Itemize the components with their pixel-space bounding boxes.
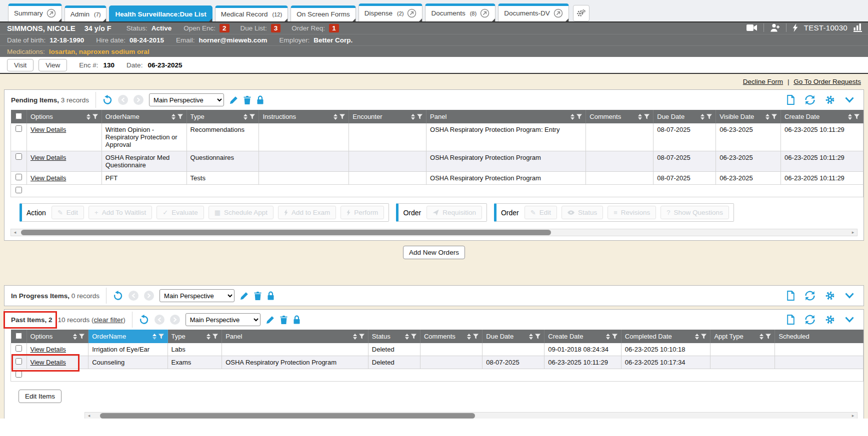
filter-funnel-icon[interactable] [766,334,771,340]
row-checkbox[interactable] [16,358,22,365]
sort-icon[interactable] [529,334,533,340]
filter-funnel-icon[interactable] [417,114,422,120]
scroll-left-arrow[interactable]: ◂ [11,229,19,236]
column-header-options[interactable]: Options [26,110,102,123]
sort-ascending-icon[interactable] [152,334,156,340]
view-details-link[interactable]: View Details [30,174,66,182]
sort-icon[interactable] [695,334,699,340]
new-document-icon[interactable] [786,95,795,105]
sort-icon[interactable] [467,334,471,340]
filter-funnel-icon[interactable] [340,114,345,120]
due-list-badge[interactable]: 3 [271,24,281,32]
filter-funnel-icon[interactable] [250,114,255,120]
refresh-icon[interactable] [805,95,815,105]
go-to-order-requests-link[interactable]: Go To Order Requests [794,78,861,85]
column-header-comments[interactable]: Comments [420,330,482,343]
pending-horizontal-scrollbar[interactable]: ◂ ▸ [10,229,858,236]
column-header-due-date[interactable]: Due Date [482,330,544,343]
sort-icon[interactable] [760,334,764,340]
scroll-right-arrow[interactable]: ▸ [849,413,857,419]
refresh-icon[interactable] [805,291,815,301]
column-header-encounter[interactable]: Encounter [349,110,426,123]
visit-button[interactable]: Visit [7,59,34,71]
row-checkbox[interactable] [16,125,22,132]
sort-icon[interactable] [570,114,574,120]
page-next-button[interactable] [134,95,144,105]
sort-icon[interactable] [606,334,610,340]
view-button[interactable]: View [38,59,67,71]
lock-perspective-icon[interactable] [256,95,264,104]
undo-icon[interactable] [102,95,112,105]
collapse-chevron-down-icon[interactable] [845,317,854,323]
scroll-right-arrow[interactable]: ▸ [849,229,857,236]
column-header-options[interactable]: Options [26,330,88,343]
sort-icon[interactable] [353,334,357,340]
flowsheet-chart-button[interactable] [854,23,862,32]
perspective-select[interactable]: Main Perspective [160,289,234,302]
page-prev-button[interactable] [154,315,164,325]
page-prev-button[interactable] [118,95,128,105]
column-header-comments[interactable]: Comments [586,110,654,123]
person-add-icon[interactable] [770,23,780,32]
edit-perspective-pencil-icon[interactable] [266,316,274,324]
scrollbar-track[interactable] [93,413,849,419]
column-header-due-date[interactable]: Due Date [654,110,716,123]
row-checkbox[interactable] [16,153,22,160]
new-document-icon[interactable] [786,315,795,325]
column-header-instructions[interactable]: Instructions [259,110,349,123]
new-document-icon[interactable] [786,291,795,301]
settings-gear-icon[interactable] [825,291,835,301]
column-header-appt-type[interactable]: Appt Type [710,330,775,343]
order-req-badge[interactable]: 1 [329,24,339,32]
sort-icon[interactable] [766,114,770,120]
page-next-button[interactable] [144,291,154,301]
sort-icon[interactable] [405,334,409,340]
lock-perspective-icon[interactable] [293,315,300,324]
filter-funnel-icon[interactable] [359,334,364,340]
tab-on-screen-forms[interactable]: On Screen Forms [290,5,356,21]
tab-documents-dv[interactable]: Documents-DV [498,3,569,21]
clear-filter-link[interactable]: clear filter [94,316,124,324]
column-header-visible-date[interactable]: Visible Date [716,110,781,123]
collapse-chevron-down-icon[interactable] [845,293,854,299]
column-header-status[interactable]: Status [368,330,420,343]
medications-value[interactable]: losartan, naproxen sodium oral [49,48,150,55]
popout-icon[interactable] [554,8,563,18]
sort-icon[interactable] [73,334,77,340]
scrollbar-thumb[interactable] [21,230,551,235]
column-header-type[interactable]: Type [168,330,222,343]
row-checkbox[interactable] [16,187,22,193]
sort-icon[interactable] [700,114,704,120]
row-checkbox[interactable] [16,345,22,352]
filter-funnel-icon[interactable] [411,334,416,340]
sort-icon[interactable] [244,114,248,120]
sort-icon[interactable] [638,114,642,120]
filter-funnel-icon[interactable] [612,334,618,340]
perspective-select[interactable]: Main Perspective [149,93,224,106]
select-all-checkbox[interactable] [16,333,22,339]
page-next-button[interactable] [170,315,180,325]
settings-gear-icon[interactable] [825,315,835,325]
edit-items-button[interactable]: Edit Items [18,390,62,403]
row-checkbox[interactable] [16,371,22,378]
scrollbar-thumb[interactable] [100,413,475,419]
popout-icon[interactable] [480,8,490,18]
sort-icon[interactable] [172,114,176,120]
filter-funnel-icon[interactable] [701,334,706,340]
delete-perspective-trash-icon[interactable] [254,292,262,300]
select-all-checkbox[interactable] [16,113,22,119]
column-header-create-date[interactable]: Create Date [544,330,622,343]
tab-admin[interactable]: Admin(7) [64,5,107,21]
perspective-select[interactable]: Main Perspective [186,313,260,326]
column-header-panel[interactable]: Panel [426,110,586,123]
column-header-ordername-sorted[interactable]: OrderName [88,330,168,343]
decline-form-link[interactable]: Decline Form [743,78,783,85]
delete-perspective-trash-icon[interactable] [280,316,288,324]
scroll-left-arrow[interactable]: ◂ [85,413,93,419]
column-header-panel[interactable]: Panel [222,330,368,343]
delete-perspective-trash-icon[interactable] [244,96,251,104]
video-camera-icon[interactable] [746,24,758,31]
filter-funnel-icon[interactable] [644,114,650,120]
page-prev-button[interactable] [128,291,138,301]
column-header-completed-date[interactable]: Completed Date [621,330,710,343]
